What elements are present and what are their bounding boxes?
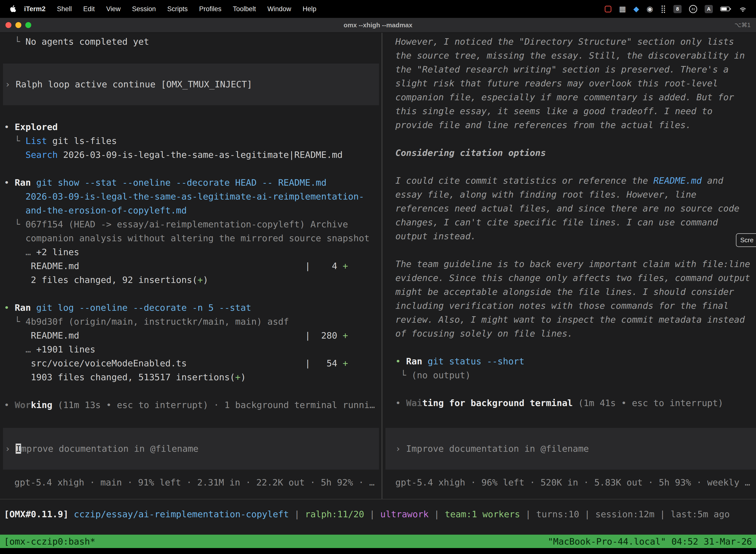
menu-item-iterm2[interactable]: iTerm2: [18, 5, 51, 13]
terminal-text-segment: Ran: [15, 302, 31, 313]
terminal-line: [4, 287, 381, 301]
terminal-text-segment: I: [16, 444, 21, 454]
terminal-text-segment: 2026-03-09-is-legal-the-same-as-legitima…: [4, 191, 364, 202]
terminal-text-segment: last:5m ago: [671, 509, 730, 519]
menu-item-help[interactable]: Help: [297, 5, 322, 13]
screen-share-button[interactable]: Scre: [736, 233, 756, 247]
terminal-text-segment: +2 lines: [36, 247, 79, 257]
terminal-line: the "Related research writing" section i…: [395, 63, 756, 76]
terminal-line: • Ran git show --stat --oneline --decora…: [4, 176, 381, 189]
tmux-session-window[interactable]: [omx-cczip0:bash*: [4, 536, 95, 547]
terminal-text-segment: 2 files changed, 92 insertions(: [4, 275, 197, 285]
terminal-line: › Improve documentation in @filename: [5, 442, 379, 456]
menu-item-scripts[interactable]: Scripts: [162, 5, 193, 13]
terminal-text-segment: Wai: [406, 398, 422, 408]
terminal-line: [395, 243, 756, 257]
terminal-text-segment: •: [4, 122, 15, 132]
terminal-text-segment: Search: [25, 150, 58, 160]
terminal-line: └ 4b9d30f (origin/main, instructkr/main,…: [4, 315, 381, 329]
menu-item-toolbelt[interactable]: Toolbelt: [227, 5, 262, 13]
tmux-host-datetime: "MacBook-Pro-44.local" 04:52 31-Mar-26: [548, 536, 752, 547]
terminal-text-segment: session:12m: [595, 509, 654, 519]
battery-icon[interactable]: [720, 6, 731, 12]
wifi-icon[interactable]: [739, 6, 747, 12]
terminal-text-segment: README.md | 280: [4, 330, 342, 340]
terminal-text-segment: changes, I can't cite specific file line…: [395, 217, 718, 227]
terminal-text-segment: List: [25, 136, 47, 146]
terminal-line: the source tree, missing the essay. Stil…: [395, 49, 756, 63]
terminal-line: › Ralph loop active continue [OMX_TMUX_I…: [5, 77, 379, 91]
terminal-text-segment: [4, 150, 25, 160]
terminal-line: 2 files changed, 92 insertions(+): [4, 273, 381, 287]
terminal-text-segment: · 1 background terminal runni…: [208, 400, 375, 410]
camera-app-icon[interactable]: ◉: [647, 5, 653, 13]
terminal-line: [395, 340, 756, 354]
terminal-line: • Ran git log --oneline --decorate -n 5 …: [4, 301, 381, 315]
menu-item-view[interactable]: View: [101, 5, 126, 13]
terminal-text-segment: output instead.: [395, 231, 476, 241]
terminal-text-segment: •: [4, 177, 15, 188]
keyboard-8-icon[interactable]: 8: [674, 5, 682, 13]
terminal-line: Considering citation options: [395, 146, 756, 160]
terminal-line: of focusing solely on file lines.: [395, 327, 756, 340]
terminal-text-segment: ): [203, 275, 208, 285]
terminal-text-segment: companion analysis without altering the …: [4, 233, 370, 243]
terminal-text-segment: Ralph loop active continue [OMX_TMUX_INJ…: [16, 79, 252, 89]
input-source-icon[interactable]: A: [705, 5, 713, 13]
terminal-split: └ No agents completed yet › Ralph loop a…: [0, 33, 756, 499]
terminal-line: companion file, especially if more comme…: [395, 90, 756, 104]
prompt-input-right[interactable]: › Improve documentation in @filename: [385, 428, 756, 469]
terminal-text-segment: the source tree, missing the essay. Stil…: [395, 50, 745, 61]
terminal-line: [395, 132, 756, 146]
terminal-line: references need actual files, and since …: [395, 202, 756, 215]
terminal-line: companion analysis without altering the …: [4, 231, 381, 245]
terminal-text-segment: references need actual files, and since …: [395, 203, 739, 214]
left-pane[interactable]: └ No agents completed yet › Ralph loop a…: [0, 33, 381, 499]
menu-item-edit[interactable]: Edit: [78, 5, 101, 13]
terminal-text-segment: +: [342, 358, 348, 368]
screen-recording-icon[interactable]: [605, 6, 611, 12]
terminal-text-segment: Ran: [15, 177, 31, 188]
left-pane-transcript: • Explored └ List git ls-files Search 20…: [4, 120, 381, 412]
battery-gauge-icon[interactable]: .61: [689, 5, 697, 13]
terminal-line: and-the-erosion-of-copyleft.md: [4, 204, 381, 217]
terminal-line: └ No agents completed yet: [4, 35, 381, 49]
terminal-line: README.md | 280 +: [4, 329, 381, 342]
app-switcher-icon[interactable]: ⣿: [660, 5, 666, 13]
terminal-line: might be acceptable alongside the file l…: [395, 285, 756, 299]
titlebar[interactable]: omx --xhigh --madmax ⌥⌘1: [0, 18, 756, 33]
terminal-text-segment: git status --short: [422, 356, 524, 366]
terminal-text-segment: of focusing solely on file lines.: [395, 328, 573, 339]
terminal-line: this single essay, it seems like a good …: [395, 104, 756, 118]
terminal-line: [4, 162, 381, 176]
terminal-text-segment: and-the-erosion-of-copyleft.md: [4, 205, 187, 215]
terminal-line: [395, 160, 756, 174]
terminal-text-segment: (1m 41s • esc to interrupt): [573, 398, 723, 408]
session-status-left: gpt-5.4 xhigh · main · 91% left · 2.31M …: [4, 476, 381, 490]
terminal-text-segment: •: [4, 302, 15, 313]
terminal-text-segment: 4b9d30f (origin/main, instructkr/main, m…: [25, 317, 289, 327]
right-pane[interactable]: However, I noticed the "Directory Struct…: [382, 33, 756, 499]
session-status-right: gpt-5.4 xhigh · 96% left · 520K in · 5.8…: [395, 476, 756, 490]
terminal-text-segment: git show --stat --oneline --decorate HEA…: [31, 177, 326, 188]
terminal-line: README.md | 4 +: [4, 259, 381, 273]
raycast-icon[interactable]: ◆: [633, 5, 639, 13]
prompt-input-left[interactable]: › Improve documentation in @filename: [3, 428, 379, 469]
menu-item-profiles[interactable]: Profiles: [193, 5, 227, 13]
terminal-line: including verification notes with those …: [395, 299, 756, 313]
terminal-text-segment: Improve documentation in @filename: [406, 444, 589, 454]
terminal-text-segment: (11m 13s • esc to interrupt): [52, 400, 208, 410]
terminal-text-segment: Wor: [15, 400, 31, 410]
menu-item-session[interactable]: Session: [126, 5, 162, 13]
menu-items: iTerm2ShellEditViewSessionScriptsProfile…: [18, 5, 322, 13]
menu-item-shell[interactable]: Shell: [51, 5, 78, 13]
apple-menu-icon[interactable]: [9, 5, 16, 13]
terminal-text-segment: I could cite commit statistics or refere…: [395, 175, 653, 186]
window-title: omx --xhigh --madmax: [0, 21, 756, 29]
terminal-line: However, I noticed the "Directory Struct…: [395, 35, 756, 49]
terminal-line: [395, 382, 756, 396]
terminal-text-segment: git log --oneline --decorate -n 5 --stat: [31, 302, 251, 313]
window-tiling-icon[interactable]: ▦: [619, 5, 626, 13]
terminal-text-segment: └: [4, 317, 25, 327]
menu-item-window[interactable]: Window: [262, 5, 297, 13]
